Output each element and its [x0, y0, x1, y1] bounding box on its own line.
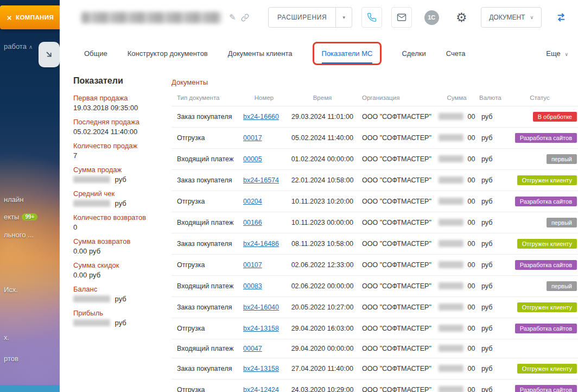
settings-button[interactable]: ⚙ — [451, 7, 472, 28]
doc-status-cell: Отгружен клиенту — [501, 358, 578, 380]
doc-time-cell: 02.06.2022 12:33:00 — [287, 255, 358, 276]
doc-number-link[interactable]: bx24-16040 — [243, 304, 279, 311]
doc-type-cell: Отгрузка — [172, 380, 241, 392]
onec-button[interactable]: 1С — [421, 7, 442, 28]
sidebar-item[interactable]: ртов — [4, 355, 18, 363]
sidebar-item[interactable]: нлайн — [4, 195, 23, 204]
column-header: Номер — [241, 90, 287, 106]
doc-number-cell: 00107 — [241, 255, 287, 276]
indicator: Первая продажа19.03.2018 09:35:00 — [73, 94, 167, 112]
column-header: Сумма — [436, 90, 477, 106]
indicator-value: руб — [73, 199, 167, 207]
sidebar-item[interactable]: Исх. — [4, 286, 18, 294]
doc-currency-cell: руб — [477, 380, 501, 392]
sync-icon — [555, 11, 567, 23]
doc-number-link[interactable]: bx24-13158 — [243, 365, 279, 372]
indicator: Последняя продажа05.02.2024 11:40:00 — [73, 118, 167, 136]
doc-sum-cell: 00 — [436, 276, 477, 297]
tab-more-label: Еще — [546, 49, 560, 58]
redacted-sum — [439, 325, 463, 332]
indicator-value: 05.02.2024 11:40:00 — [73, 128, 167, 136]
doc-time-cell: 24.03.2020 10:29:00 — [287, 380, 358, 392]
sidebar-item-label: Исх. — [4, 286, 18, 294]
indicator-value: 0 — [73, 223, 167, 231]
redacted-sum — [439, 113, 463, 120]
close-icon[interactable]: × — [7, 14, 12, 22]
extensions-dropdown-button[interactable]: ▼ — [335, 8, 352, 27]
tab-item[interactable]: Конструктор документов — [128, 42, 208, 65]
doc-type-cell: Входящий платеж — [172, 339, 241, 358]
redacted-sum — [439, 176, 463, 184]
tab-item[interactable]: Показатели МС — [322, 43, 373, 64]
table-row: Входящий платеж0008302.06.2022 00:00:00О… — [172, 276, 578, 297]
doc-sum-cell: 00 — [436, 318, 477, 339]
app-root: × КОМПАНИЯ работа∧нлайнекты99+льного ...… — [0, 0, 578, 392]
sidebar-item[interactable]: х. — [4, 333, 9, 342]
doc-number-cell: bx24-16486 — [241, 233, 287, 255]
sync-button[interactable] — [551, 7, 571, 28]
sidebar-item-label: работа — [4, 42, 27, 50]
doc-number-link[interactable]: bx24-12424 — [243, 386, 279, 392]
doc-number-link[interactable]: bx24-13158 — [243, 325, 279, 332]
documents-table: Тип документаНомерВремяОрганизацияСуммаВ… — [172, 90, 578, 392]
tab-item[interactable]: Сделки — [402, 42, 425, 65]
doc-number-link[interactable]: bx24-16574 — [243, 176, 279, 184]
status-badge: первый — [547, 154, 577, 164]
doc-number-link[interactable]: 00017 — [243, 134, 262, 142]
table-row: Заказ покупателяbx24-1648608.11.2023 10:… — [172, 233, 578, 255]
doc-number-cell: 00083 — [241, 276, 287, 297]
indicator-label: Количество продаж — [73, 142, 167, 150]
doc-number-link[interactable]: bx24-16660 — [243, 113, 279, 121]
doc-number-link[interactable]: 00047 — [243, 345, 262, 352]
content: Показатели Первая продажа19.03.2018 09:3… — [60, 68, 578, 392]
doc-currency-cell: руб — [477, 233, 501, 255]
doc-number-cell: bx24-13158 — [241, 358, 287, 380]
status-badge: В обработке — [533, 112, 577, 122]
indicator-label: Баланс — [73, 285, 167, 293]
sidebar-item[interactable]: работа∧ — [4, 42, 33, 50]
tab-item[interactable]: Общие — [84, 42, 107, 65]
doc-number-link[interactable]: 00083 — [243, 282, 262, 290]
documents-title: Документы — [172, 78, 578, 86]
extensions-button[interactable]: РАСШИРЕНИЯ — [269, 8, 335, 27]
phone-button[interactable] — [361, 7, 382, 28]
documents-panel: Документы Тип документаНомерВремяОрганиз… — [167, 73, 578, 392]
doc-number-link[interactable]: 00166 — [243, 219, 262, 226]
tab-item[interactable]: Счета — [446, 42, 466, 65]
column-header: Тип документа — [172, 90, 241, 106]
mail-button[interactable] — [391, 7, 412, 28]
indicators-title: Показатели — [73, 76, 167, 86]
doc-sum-cell: 00 — [436, 191, 477, 212]
doc-org-cell: ООО "СОФТМАСТЕР" — [358, 297, 436, 318]
doc-org-cell: ООО "СОФТМАСТЕР" — [358, 380, 436, 392]
doc-currency-cell: руб — [477, 128, 501, 149]
link-icon[interactable] — [241, 14, 249, 22]
indicator-value: 19.03.2018 09:35:00 — [73, 104, 167, 112]
document-button[interactable]: ДОКУМЕНТ ∨ — [481, 7, 542, 28]
sidebar-item[interactable]: льного ... — [4, 231, 34, 239]
edit-icon[interactable]: ✎ — [229, 12, 236, 22]
doc-time-cell: 05.02.2024 11:40:00 — [287, 128, 358, 149]
tab-item[interactable]: Документы клиента — [228, 42, 293, 65]
indicator-value: руб — [73, 319, 167, 327]
chevron-up-icon: ∧ — [29, 44, 33, 50]
redacted-sum — [439, 386, 463, 392]
doc-org-cell: ООО "СОФТМАСТЕР" — [358, 233, 436, 255]
doc-number-link[interactable]: 00107 — [243, 261, 262, 269]
onec-icon: 1С — [424, 10, 439, 25]
tab-more[interactable]: Еще ∨ — [546, 49, 568, 58]
main-area: ✎ РАСШИРЕНИЯ ▼ — [60, 0, 578, 392]
redacted-sum — [439, 345, 463, 352]
doc-number-link[interactable]: 00005 — [243, 155, 262, 163]
sidebar-item[interactable]: екты99+ — [4, 213, 37, 221]
table-row: Отгрузка0001705.02.2024 11:40:00ООО "СОФ… — [172, 128, 578, 149]
company-title-redacted[interactable] — [81, 12, 221, 23]
status-badge: первый — [547, 218, 577, 227]
doc-org-cell: ООО "СОФТМАСТЕР" — [358, 339, 436, 358]
indicator: Сумма возвратов0.00 руб — [73, 237, 167, 255]
doc-number-link[interactable]: bx24-16486 — [243, 240, 279, 248]
company-filter-button[interactable]: × КОМПАНИЯ — [0, 5, 60, 29]
doc-number-link[interactable]: 00204 — [243, 198, 262, 205]
indicator-value: руб — [73, 175, 167, 184]
collapse-sidebar-button[interactable] — [39, 42, 60, 67]
